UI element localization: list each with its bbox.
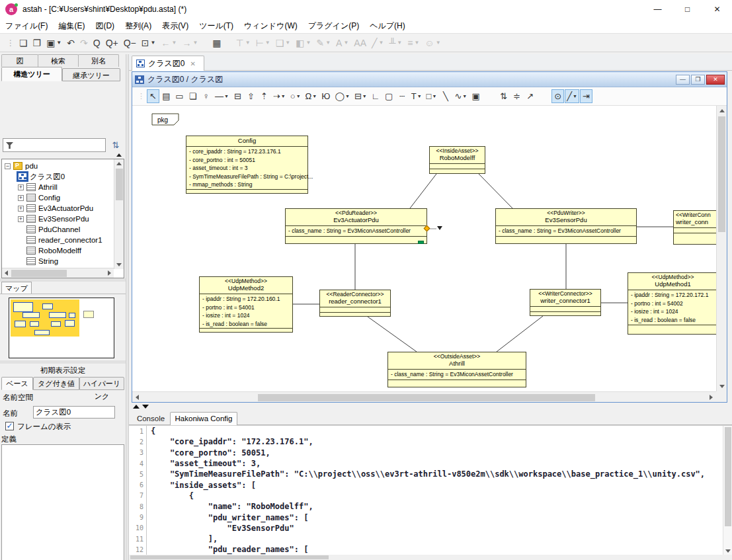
tree-item[interactable]: pdu [2,161,113,171]
selection-handle[interactable] [418,241,424,244]
distribute-vertical-button[interactable]: ⇅▼ [497,89,510,103]
new-file-button[interactable]: ❏▼ [17,35,30,51]
name-input[interactable]: クラス図0 [33,406,115,419]
menu-window[interactable]: ウィンドウ(W) [239,19,303,33]
scroll-down-icon[interactable] [116,263,122,266]
scroll-up-icon[interactable] [116,162,122,165]
class-ev3actuatorpdu[interactable]: <<PduReader>>Ev3ActuatorPdu - class_name… [285,208,427,244]
tree-expander[interactable] [18,206,24,212]
distribute-horizontal-button[interactable]: ≑▼ [510,89,523,103]
console-splitter[interactable] [129,403,732,411]
tree-item[interactable]: PduChannel [2,224,113,235]
class-ev3sensorpdu[interactable]: <<PduWriter>>Ev3SensorPdu - class_name :… [495,208,637,244]
rect-tool[interactable]: □▼ [425,89,439,103]
generalization-tool[interactable]: ⇧▼ [245,89,257,103]
dependency-tool[interactable]: ⇢▼ [271,89,288,103]
class-writer-conn[interactable]: <<WriterConnwriter_conn [673,210,716,245]
scrollbar-thumb[interactable] [116,169,123,200]
tree-expander[interactable] [18,195,24,201]
tree-filter-input[interactable] [3,138,106,152]
tree-item[interactable]: Athrill [2,182,113,192]
tab-hakoniwa-config[interactable]: Hakoniwa Config [170,412,237,426]
diagram-canvas[interactable]: pkg Config - core_ipaddr : String = [132,106,716,391]
realization-tool[interactable]: ⇡▼ [258,89,270,103]
note-anchor-tool[interactable]: ∟▼ [370,89,382,103]
zoom-in-button[interactable]: Q+▼ [104,35,120,51]
menu-diagram[interactable]: 図(D) [90,19,120,33]
dashed-line-tool[interactable]: ┄▼ [396,89,409,103]
frame-display-checkbox[interactable]: ✓ [5,422,14,430]
minimize-button[interactable]: — [643,0,672,19]
canvas-vscrollbar[interactable] [716,106,727,391]
menu-view[interactable]: 表示(V) [157,19,194,33]
menu-align[interactable]: 整列(A) [120,19,157,33]
scrollbar-thumb[interactable] [130,555,329,559]
tree-expander[interactable] [18,216,24,222]
forward-button[interactable]: →▼ [180,35,200,51]
mdi-restore-button[interactable]: ❐ [691,75,705,85]
fit-view-button[interactable]: ⊡▼ [140,35,158,51]
tab-tagged-value[interactable]: タグ付き値 [33,377,79,390]
tree-item[interactable]: String [2,256,113,266]
copy-style-button[interactable]: ❑▼ [274,35,292,51]
console-vscrollbar[interactable] [723,426,732,555]
scroll-right-icon[interactable] [108,270,111,276]
diagram-window-titlebar[interactable]: クラス図0 / クラス図 — ❐ ✕ [132,72,727,87]
line-shape-button[interactable]: ╱▼ [565,89,579,103]
scrollbar-thumb[interactable] [11,270,67,277]
tree-item[interactable]: reader_connector1 [2,235,113,245]
class-config[interactable]: Config - core_ipaddr : String = 172.23.1… [186,136,308,194]
class-udpmethod1[interactable]: <<UdpMethod>>UdpMethod1 - ipaddr : Strin… [628,272,716,335]
template-tool[interactable]: ◯▼ [333,89,352,103]
tab-alias[interactable]: 別名 [78,54,119,67]
pin-feature-button[interactable]: ↗▼ [524,89,536,103]
save-button[interactable]: ▣▼ [44,35,63,51]
class-robomodelff[interactable]: <<InsideAsset>>RoboModelff [429,146,485,174]
instance-tool[interactable]: ○▼ [288,89,303,103]
scroll-left-icon[interactable] [5,270,8,276]
back-button[interactable]: ←▼ [159,35,179,51]
expand-up-icon[interactable] [133,405,140,409]
doc-tab-class-diagram[interactable]: クラス図0 ✕ [132,56,204,71]
font-color-button[interactable]: A▼ [334,35,350,51]
line-tool[interactable]: ╲▼ [439,89,452,103]
class-udpmethod2[interactable]: <<UdpMethod>>UdpMethod2 - ipaddr : Strin… [199,276,293,333]
menu-tool[interactable]: ツール(T) [194,19,239,33]
curve-tool[interactable]: ∿▼ [452,89,469,103]
tree-vscrollbar[interactable] [114,159,124,269]
menu-edit[interactable]: 編集(E) [53,19,90,33]
scroll-up-icon[interactable] [719,109,725,112]
scrollbar-thumb[interactable] [258,394,595,401]
association-tool[interactable]: —▼ [213,89,231,103]
class-athrill[interactable]: <<OutsideAsset>>Athrill - class_name : S… [387,352,526,387]
class-reader-connector1[interactable]: <<ReaderConnector>>reader_connector1 [319,290,391,317]
open-button[interactable]: ❐▼ [31,35,44,51]
line-color-button[interactable]: ✎▼ [314,35,333,51]
close-button[interactable]: ✕ [702,0,732,19]
undo-button[interactable]: ↶▼ [65,35,77,51]
tree-item[interactable]: RoboModelff [2,245,113,256]
redo-button[interactable]: ↷▼ [78,35,90,51]
mdi-close-button[interactable]: ✕ [706,75,725,85]
align-horizontal-button[interactable]: ⊢▼ [254,35,272,51]
maximize-button[interactable]: □ [672,0,702,19]
pin-tool[interactable]: ♀▼ [200,89,212,103]
required-interface-tool[interactable]: Ю▼ [319,89,332,103]
line-style-button[interactable]: ╱▼ [370,35,386,51]
menu-help[interactable]: ヘルプ(H) [364,19,411,33]
zoom-out-button[interactable]: Q−▼ [122,35,138,51]
class-association-tool[interactable]: ⊟▼ [231,89,244,103]
definition-textarea[interactable] [1,444,124,560]
interface-tool[interactable]: Ω▼ [304,89,319,103]
mdi-minimize-button[interactable]: — [676,75,690,85]
sync-tree-button[interactable]: ⇅ [110,139,122,152]
menu-plugin[interactable]: プラグイン(P) [303,19,364,33]
collapse-down-icon[interactable] [142,405,149,409]
splitter[interactable] [0,360,126,364]
detail-level-button[interactable]: ≡▼ [405,35,421,51]
tree-expander[interactable] [18,184,24,190]
auto-flow-button[interactable]: ⇥▼ [580,89,592,103]
tree-expander[interactable] [5,163,11,169]
subsystem-tool[interactable]: ❏▼ [186,89,199,103]
tree-align-button[interactable]: ╨▼ [387,35,404,51]
